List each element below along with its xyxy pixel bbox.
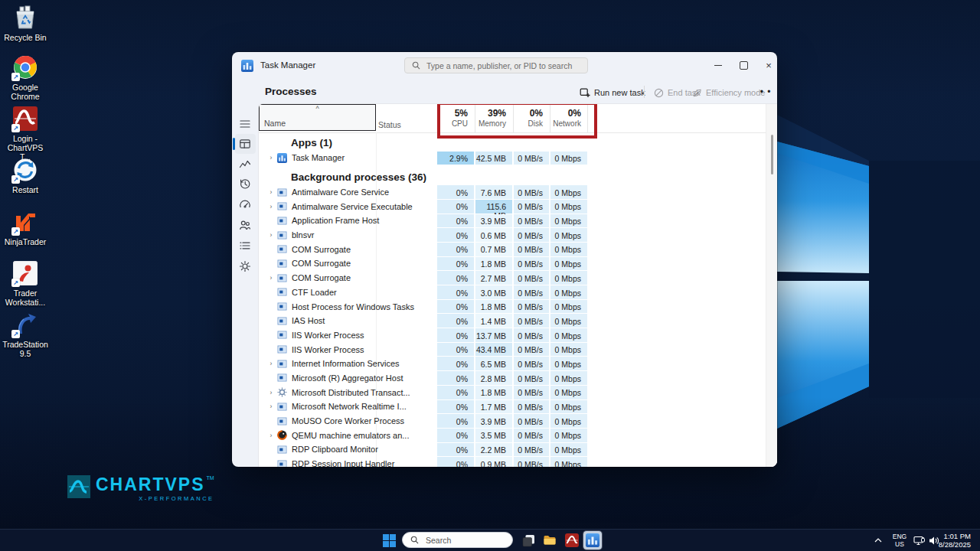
sidebar-item-startup-apps[interactable] bbox=[239, 198, 251, 210]
desktop-icon-login-chartvps[interactable]: ↗Login -ChartVPS T... bbox=[2, 106, 49, 161]
group-header[interactable]: Background processes (36) bbox=[259, 165, 766, 185]
group-header[interactable]: Apps (1) bbox=[259, 132, 766, 151]
table-row[interactable]: ›Internet Information Services0%6.5 MB0 … bbox=[259, 357, 766, 371]
chartvps-logo: CHARTVPSTM X-PERFORMANCE bbox=[67, 475, 214, 502]
desktop: Recycle Bin↗GoogleChrome↗Login -ChartVPS… bbox=[0, 0, 980, 551]
tray-chevron-button[interactable] bbox=[871, 531, 885, 549]
task-view-button[interactable] bbox=[519, 531, 537, 549]
desktop-icon-trader-workstation[interactable]: ↗TraderWorkstati... bbox=[2, 260, 49, 307]
cpu-cell: 0% bbox=[437, 214, 474, 228]
memory-cell: 0.6 MB bbox=[475, 228, 512, 242]
network-cell: 0 Mbps bbox=[550, 228, 587, 242]
start-button[interactable] bbox=[380, 531, 398, 549]
sidebar-item-performance[interactable] bbox=[239, 158, 251, 170]
run-new-task-button[interactable]: Run new task bbox=[580, 84, 645, 101]
taskbar-search-input[interactable] bbox=[424, 535, 504, 546]
column-header-disk[interactable]: 0%Disk bbox=[514, 104, 549, 132]
column-header-memory[interactable]: 39%Memory bbox=[475, 104, 512, 132]
table-row[interactable]: ›Microsoft Distributed Transact...0%1.8 … bbox=[259, 385, 766, 399]
expander-chevron-icon[interactable]: › bbox=[266, 231, 276, 239]
table-row[interactable]: ›Task Manager2.9%42.5 MB0 MB/s0 Mbps bbox=[259, 151, 766, 165]
process-search-box[interactable] bbox=[404, 57, 588, 73]
task-view-icon bbox=[522, 534, 535, 547]
sidebar-item-processes[interactable] bbox=[239, 138, 251, 150]
language-indicator[interactable]: ENGUS bbox=[890, 533, 909, 548]
table-row[interactable]: ›QEMU machine emulators an...0%3.5 MB0 M… bbox=[259, 428, 766, 442]
table-row[interactable]: RDP Clipboard Monitor0%2.2 MB0 MB/s0 Mbp… bbox=[259, 442, 766, 457]
table-row[interactable]: IIS Worker Process0%43.4 MB0 MB/s0 Mbps bbox=[259, 342, 766, 357]
taskbar-search-box[interactable] bbox=[402, 532, 513, 548]
table-row[interactable]: Microsoft (R) Aggregator Host0%2.8 MB0 M… bbox=[259, 371, 766, 386]
expander-chevron-icon[interactable]: › bbox=[266, 274, 276, 282]
close-icon: × bbox=[766, 60, 772, 70]
sidebar-item-menu[interactable] bbox=[239, 118, 251, 130]
process-name: MoUSO Core Worker Process bbox=[292, 416, 404, 425]
column-header-cpu[interactable]: 5%CPU bbox=[437, 104, 474, 132]
desktop-icon-google-chrome[interactable]: ↗GoogleChrome bbox=[2, 54, 49, 101]
sidebar-item-services[interactable] bbox=[239, 260, 251, 272]
cpu-cell: 0% bbox=[437, 414, 474, 428]
close-button[interactable]: × bbox=[756, 52, 777, 78]
table-row[interactable]: ›Antimalware Core Service0%7.6 MB0 MB/s0… bbox=[259, 185, 766, 200]
desktop-icon-label: Restart bbox=[2, 185, 49, 194]
scrollbar-thumb[interactable] bbox=[771, 135, 773, 174]
window-title: Task Manager bbox=[260, 60, 315, 70]
table-row[interactable]: Host Process for Windows Tasks0%1.8 MB0 … bbox=[259, 299, 766, 314]
maximize-button[interactable] bbox=[730, 52, 756, 78]
task-manager-taskbar-button[interactable] bbox=[583, 531, 602, 549]
expander-chevron-icon[interactable]: › bbox=[266, 432, 276, 439]
table-row[interactable]: ›COM Surrogate0%2.7 MB0 MB/s0 Mbps bbox=[259, 271, 766, 285]
chartvps-app-button[interactable] bbox=[563, 531, 581, 549]
cpu-cell: 0% bbox=[437, 343, 474, 357]
cpu-cell: 0% bbox=[437, 400, 474, 414]
table-row[interactable]: CTF Loader0%3.0 MB0 MB/s0 Mbps bbox=[259, 285, 766, 300]
process-name-cell: IIS Worker Process bbox=[259, 342, 437, 357]
table-row[interactable]: IIS Worker Process0%13.7 MB0 MB/s0 Mbps bbox=[259, 328, 766, 343]
efficiency-mode-button[interactable]: Efficiency mode bbox=[692, 84, 765, 101]
desktop-icon-recycle-bin[interactable]: Recycle Bin bbox=[2, 5, 49, 42]
table-row[interactable]: ›Antimalware Service Executable0%115.6 M… bbox=[259, 199, 766, 214]
more-options-button[interactable]: • • • bbox=[757, 84, 774, 101]
cpu-cell: 0% bbox=[437, 243, 474, 256]
desktop-icon-ninjatrader[interactable]: ↗NinjaTrader bbox=[2, 209, 49, 246]
cpu-cell: 0% bbox=[437, 228, 474, 242]
shortcut-arrow-icon: ↗ bbox=[11, 279, 20, 287]
expander-chevron-icon[interactable]: › bbox=[266, 389, 276, 396]
table-row[interactable]: Application Frame Host0%3.9 MB0 MB/s0 Mb… bbox=[259, 214, 766, 228]
network-cell: 0 Mbps bbox=[550, 443, 587, 457]
expander-chevron-icon[interactable]: › bbox=[266, 188, 276, 196]
table-row[interactable]: COM Surrogate0%0.7 MB0 MB/s0 Mbps bbox=[259, 242, 766, 256]
expander-chevron-icon[interactable]: › bbox=[266, 203, 276, 210]
table-row[interactable]: IAS Host0%1.4 MB0 MB/s0 Mbps bbox=[259, 314, 766, 328]
desktop-icon-tradestation[interactable]: ↗TradeStation9.5 bbox=[2, 311, 49, 358]
process-name: Microsoft Distributed Transact... bbox=[292, 388, 410, 397]
search-icon bbox=[410, 536, 419, 544]
process-search-input[interactable] bbox=[425, 60, 581, 71]
scrollbar-track[interactable] bbox=[766, 104, 777, 467]
titlebar[interactable]: Task Manager × bbox=[232, 52, 777, 80]
process-name: Microsoft (R) Aggregator Host bbox=[292, 373, 403, 383]
column-header-name[interactable]: ^ Name bbox=[259, 104, 376, 131]
desktop-icon-restart[interactable]: ↗Restart bbox=[2, 157, 49, 194]
expander-chevron-icon[interactable]: › bbox=[266, 154, 276, 161]
minimize-button[interactable] bbox=[705, 52, 731, 78]
expander-chevron-icon[interactable]: › bbox=[266, 403, 276, 410]
clock[interactable]: 1:01 PM 8/28/2025 bbox=[939, 532, 971, 549]
recycle-bin-icon bbox=[12, 5, 38, 31]
file-explorer-button[interactable] bbox=[541, 531, 559, 549]
table-row[interactable]: ›blnsvr0%0.6 MB0 MB/s0 Mbps bbox=[259, 228, 766, 243]
sidebar-item-details[interactable] bbox=[239, 240, 251, 252]
table-row[interactable]: ›Microsoft Network Realtime I...0%1.7 MB… bbox=[259, 399, 766, 414]
column-header-network[interactable]: 0%Network bbox=[550, 104, 587, 132]
table-row[interactable]: COM Surrogate0%1.8 MB0 MB/s0 Mbps bbox=[259, 256, 766, 271]
network-tray-button[interactable] bbox=[911, 531, 926, 549]
disk-cell: 0 MB/s bbox=[514, 343, 549, 357]
expander-chevron-icon[interactable]: › bbox=[266, 360, 276, 367]
sidebar-item-app-history[interactable] bbox=[239, 178, 251, 190]
table-row[interactable]: RDP Session Input Handler0%0.9 MB0 MB/s0… bbox=[259, 457, 766, 467]
sidebar-item-users[interactable] bbox=[239, 219, 251, 231]
process-name-cell: CTF Loader bbox=[259, 285, 437, 300]
column-header-status[interactable]: Status bbox=[378, 120, 401, 129]
table-row[interactable]: MoUSO Core Worker Process0%3.9 MB0 MB/s0… bbox=[259, 414, 766, 429]
process-icon bbox=[277, 201, 287, 211]
